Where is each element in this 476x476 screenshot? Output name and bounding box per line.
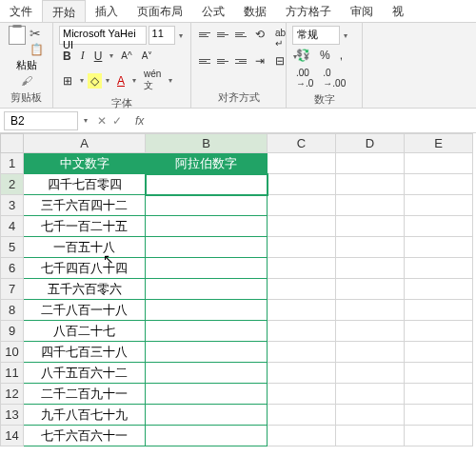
cell-B6[interactable] <box>146 258 268 279</box>
cell-B14[interactable] <box>146 426 268 446</box>
formula-input[interactable] <box>149 111 476 129</box>
cell-D10[interactable] <box>336 342 405 363</box>
cell-A13[interactable]: 九千八百七十九 <box>24 405 146 426</box>
row-header-14[interactable]: 14 <box>1 426 24 446</box>
tab-数据[interactable]: 数据 <box>234 0 276 22</box>
cell-D6[interactable] <box>336 258 405 279</box>
tab-插入[interactable]: 插入 <box>86 0 128 22</box>
cell-E7[interactable] <box>405 279 473 300</box>
select-all-corner[interactable] <box>1 134 24 153</box>
cell-E9[interactable] <box>405 321 473 342</box>
tab-开始[interactable]: 开始 <box>42 0 86 22</box>
name-box[interactable]: B2 <box>4 111 78 130</box>
align-left-button[interactable] <box>197 52 212 69</box>
row-header-9[interactable]: 9 <box>1 321 24 342</box>
cancel-icon[interactable]: ✕ <box>97 114 107 128</box>
col-header-D[interactable]: D <box>336 134 405 153</box>
cell-C2[interactable] <box>268 174 336 195</box>
cell-A6[interactable]: 七千四百八十四 <box>24 258 146 279</box>
chevron-down-icon[interactable]: ▾ <box>177 31 185 40</box>
row-header-6[interactable]: 6 <box>1 258 24 279</box>
orientation-button[interactable]: ⟲ <box>251 26 268 50</box>
cell-D2[interactable] <box>336 174 405 195</box>
cell-D8[interactable] <box>336 300 405 321</box>
cell-A9[interactable]: 八百二十七 <box>24 321 146 342</box>
cell-A10[interactable]: 四千七百三十八 <box>24 342 146 363</box>
tab-审阅[interactable]: 审阅 <box>341 0 383 22</box>
cell-A5[interactable]: 一百五十八 <box>24 237 146 258</box>
cell-A12[interactable]: 二千二百九十一 <box>24 384 146 405</box>
cell-C9[interactable] <box>268 321 336 342</box>
col-header-A[interactable]: A <box>24 134 146 153</box>
tab-视[interactable]: 视 <box>383 0 413 22</box>
cell-B10[interactable] <box>146 342 268 363</box>
row-header-1[interactable]: 1 <box>1 153 24 174</box>
cell-A14[interactable]: 七千六百六十一 <box>24 426 146 446</box>
chevron-down-icon[interactable]: ▾ <box>342 31 349 40</box>
cell-E14[interactable] <box>405 426 473 446</box>
tab-公式[interactable]: 公式 <box>192 0 234 22</box>
cell-E13[interactable] <box>405 405 473 426</box>
cell-A2[interactable]: 四千七百零四 <box>24 174 146 195</box>
increase-decimal-button[interactable]: .00→.0 <box>292 66 317 90</box>
align-top-button[interactable] <box>197 26 212 43</box>
cell-B12[interactable] <box>146 384 268 405</box>
row-header-3[interactable]: 3 <box>1 195 24 216</box>
cell-E5[interactable] <box>405 237 473 258</box>
font-color-button[interactable]: A <box>113 72 129 89</box>
underline-button[interactable]: U <box>90 48 107 65</box>
align-center-button[interactable] <box>215 52 230 69</box>
cell-B3[interactable] <box>146 195 268 216</box>
tab-方方格子[interactable]: 方方格子 <box>276 0 341 22</box>
font-size-select[interactable]: 11 <box>149 26 175 45</box>
cell-C5[interactable] <box>268 237 336 258</box>
cell-C1[interactable] <box>268 153 336 174</box>
currency-button[interactable]: 💱 <box>292 47 314 64</box>
cell-B13[interactable] <box>146 405 268 426</box>
row-header-2[interactable]: 2 <box>1 174 24 195</box>
row-header-7[interactable]: 7 <box>1 279 24 300</box>
cell-D1[interactable] <box>336 153 405 174</box>
cell-A4[interactable]: 七千一百二十五 <box>24 216 146 237</box>
row-header-5[interactable]: 5 <box>1 237 24 258</box>
cell-E11[interactable] <box>405 363 473 384</box>
enter-icon[interactable]: ✓ <box>112 114 122 128</box>
paste-button[interactable]: ✂ 📋 粘贴 🖌 <box>6 26 47 88</box>
cell-B9[interactable] <box>146 321 268 342</box>
cell-E8[interactable] <box>405 300 473 321</box>
border-button[interactable]: ⊞ <box>59 72 76 89</box>
cell-B11[interactable] <box>146 363 268 384</box>
cell-C4[interactable] <box>268 216 336 237</box>
row-header-8[interactable]: 8 <box>1 300 24 321</box>
cell-C3[interactable] <box>268 195 336 216</box>
cell-B1[interactable]: 阿拉伯数字 <box>146 153 268 174</box>
cell-C8[interactable] <box>268 300 336 321</box>
cell-C7[interactable] <box>268 279 336 300</box>
cell-A8[interactable]: 二千八百一十八 <box>24 300 146 321</box>
col-header-C[interactable]: C <box>268 134 336 153</box>
copy-icon[interactable]: 📋 <box>30 43 44 56</box>
col-header-E[interactable]: E <box>405 134 473 153</box>
align-right-button[interactable] <box>233 52 248 69</box>
indent-button[interactable]: ⇥ <box>251 52 268 69</box>
fill-color-button[interactable]: ◇ <box>88 73 102 89</box>
cell-E1[interactable] <box>405 153 473 174</box>
cell-B5[interactable] <box>146 237 268 258</box>
cell-C13[interactable] <box>268 405 336 426</box>
italic-button[interactable]: I <box>77 47 89 65</box>
font-name-select[interactable]: Microsoft YaHei UI <box>59 26 147 45</box>
phonetic-button[interactable]: wén文 <box>140 67 165 94</box>
cell-B4[interactable] <box>146 216 268 237</box>
cell-A3[interactable]: 三千六百四十二 <box>24 195 146 216</box>
decrease-decimal-button[interactable]: .0→.00 <box>319 66 349 90</box>
cell-D13[interactable] <box>336 405 405 426</box>
cell-B2[interactable] <box>146 174 268 195</box>
cell-E6[interactable] <box>405 258 473 279</box>
row-header-10[interactable]: 10 <box>1 342 24 363</box>
cell-C6[interactable] <box>268 258 336 279</box>
cell-E4[interactable] <box>405 216 473 237</box>
percent-button[interactable]: % <box>316 47 334 64</box>
cell-D12[interactable] <box>336 384 405 405</box>
number-format-select[interactable]: 常规 <box>292 26 340 45</box>
cell-C11[interactable] <box>268 363 336 384</box>
